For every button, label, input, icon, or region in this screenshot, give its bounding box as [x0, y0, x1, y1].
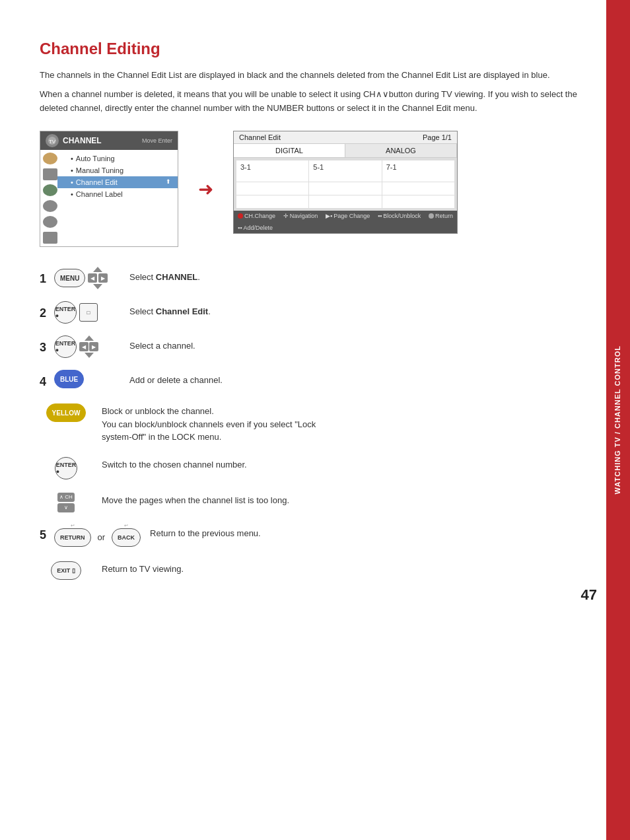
ce-footer-navigation: ✛ Navigation — [283, 213, 318, 219]
sub-yellow-row: YELLOW Block or unblock the channel. You… — [40, 401, 590, 444]
ce-channel-empty4 — [236, 195, 308, 208]
sub-yellow-desc: Block or unblock the channel. You can bl… — [102, 401, 326, 444]
ce-footer-chchange: CH.Change — [238, 213, 275, 219]
ce-channel-51[interactable]: 5-1 — [309, 160, 381, 181]
ch-down-btn[interactable]: ∨ — [57, 503, 75, 512]
channel-menu-item-label[interactable]: •Channel Label — [57, 188, 178, 200]
ce-tab-analog[interactable]: ANALOG — [345, 144, 457, 157]
step-3-number: 3 — [40, 341, 52, 355]
ce-footer-pagechange: ▶▪ Page Change — [326, 213, 370, 219]
step-3-row: 3 ENTER● ◀ ▶ Select a channel. — [40, 335, 590, 358]
step-3-buttons: ENTER● ◀ ▶ — [54, 335, 120, 358]
channel-menu-title: CHANNEL — [63, 136, 102, 145]
yellow-button[interactable]: YELLOW — [46, 403, 87, 422]
step-1-buttons: MENU ◀ ▶ — [54, 267, 120, 289]
page-number: 47 — [581, 586, 597, 604]
exit-row: EXIT ▯ Return to TV viewing. — [40, 559, 590, 580]
screenshot-area: TV CHANNEL Move Enter •Auto Tuning — [40, 131, 590, 247]
enter-button-2[interactable]: ENTER● — [54, 301, 77, 324]
exit-button[interactable]: EXIT ▯ — [51, 561, 81, 580]
step-2-desc: Select Channel Edit. — [129, 301, 211, 318]
sub-enter-btn-area: ENTER● — [40, 454, 92, 479]
sidebar-right: WATCHING TV / CHANNEL CONTROL — [606, 0, 630, 840]
steps-section: 1 MENU ◀ ▶ Select CHANNEL — [40, 267, 590, 580]
ce-header-page: Page 1/1 — [423, 133, 452, 141]
step-4-row: 4 BLUE Add or delete a channel. — [40, 370, 590, 389]
step-5-desc: Return to the previous menu. — [150, 523, 261, 540]
exit-btn-area: EXIT ▯ — [40, 559, 92, 580]
exit-desc: Return to TV viewing. — [102, 559, 184, 576]
ce-channel-71[interactable]: 7-1 — [382, 160, 454, 181]
channel-menu-nav-hint: Move Enter — [142, 137, 172, 144]
sidebar-label: WATCHING TV / CHANNEL CONTROL — [613, 345, 623, 494]
step-1-number: 1 — [40, 272, 52, 286]
step-2-buttons: ENTER● □ — [54, 301, 120, 324]
channel-edit-panel: Channel Edit Page 1/1 DIGITAL ANALOG 3-1… — [233, 131, 458, 234]
channel-menu-item-edit[interactable]: •Channel Edit⬆ — [57, 176, 178, 188]
step-2-number: 2 — [40, 306, 52, 320]
sub-enter-row: ENTER● Switch to the chosen channel numb… — [40, 454, 590, 479]
sub-ch-desc: Move the pages when the channel list is … — [102, 490, 289, 507]
ch-up-btn[interactable]: ∧ CH — [57, 493, 75, 502]
ce-tab-digital[interactable]: DIGITAL — [234, 144, 345, 157]
body-text-1: The channels in the Channel Edit List ar… — [40, 69, 581, 83]
blue-button[interactable]: BLUE — [54, 370, 84, 388]
enter-button-3[interactable]: ENTER● — [54, 335, 77, 358]
svg-text:TV: TV — [49, 139, 56, 145]
step-4-desc: Add or delete a channel. — [129, 370, 223, 387]
back-button[interactable]: BACK — [112, 528, 141, 547]
step-2-row: 2 ENTER● □ Select Channel Edit. — [40, 301, 590, 324]
step-2-bold: Channel Edit — [156, 306, 208, 316]
menu-button[interactable]: MENU — [54, 269, 85, 287]
step-4-buttons: BLUE — [54, 370, 120, 388]
channel-menu-mockup: TV CHANNEL Move Enter •Auto Tuning — [40, 131, 178, 247]
step-5-number: 5 — [40, 528, 52, 542]
channel-menu-item-manual[interactable]: •Manual Tuning — [57, 164, 178, 176]
ce-channel-empty2 — [309, 182, 381, 195]
ce-channel-empty1 — [236, 182, 308, 195]
ce-footer-block: ▪▪ Block/Unblock — [378, 213, 421, 219]
page-title: Channel Editing — [40, 40, 590, 58]
step-1-bold: CHANNEL — [156, 272, 198, 282]
square-icon: □ — [79, 303, 98, 322]
body-text-2: When a channel number is deleted, it mea… — [40, 88, 581, 116]
step-1-desc: Select CHANNEL. — [129, 267, 200, 284]
ce-footer-return: Return — [429, 213, 453, 219]
sub-ch-row: ∧ CH ∨ Move the pages when the channel l… — [40, 490, 590, 512]
sub-ch-btn-area: ∧ CH ∨ — [40, 490, 92, 512]
ce-footer-adddelete: ▪▪ Add/Delete — [238, 225, 273, 231]
or-text: or — [98, 527, 106, 542]
step-3-desc: Select a channel. — [129, 335, 195, 353]
channel-menu-item-auto[interactable]: •Auto Tuning — [57, 153, 178, 164]
sub-yellow-btn-area: YELLOW — [40, 401, 92, 422]
step-4-number: 4 — [40, 375, 52, 389]
ce-header-title: Channel Edit — [239, 133, 281, 141]
return-button[interactable]: RETURN — [54, 528, 91, 547]
arrow-right: ➜ — [198, 178, 213, 200]
enter-button-sub[interactable]: ENTER● — [55, 457, 77, 479]
ce-channel-31[interactable]: 3-1 — [236, 160, 308, 181]
ce-channel-empty6 — [382, 195, 454, 208]
sub-enter-desc: Switch to the chosen channel number. — [102, 454, 247, 472]
step-5-buttons: ↩ RETURN or ↩ BACK — [54, 523, 141, 547]
ce-channel-empty5 — [309, 195, 381, 208]
ce-channel-empty3 — [382, 182, 454, 195]
ch-nav-cluster: ∧ CH ∨ — [57, 493, 75, 512]
step-1-row: 1 MENU ◀ ▶ Select CHANNEL — [40, 267, 590, 289]
step-5-row: 5 ↩ RETURN or ↩ BACK Return to the previ… — [40, 523, 590, 547]
